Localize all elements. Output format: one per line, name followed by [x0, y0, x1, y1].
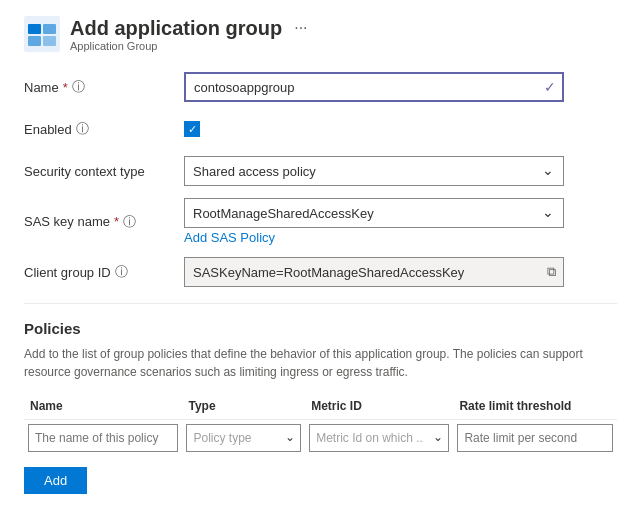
policy-name-input[interactable]: [28, 424, 178, 452]
name-info-icon[interactable]: ⓘ: [72, 78, 85, 96]
check-icon: ✓: [544, 79, 556, 95]
policy-metric-select-wrapper: Metric Id on which ...: [309, 424, 449, 452]
sas-key-field-area: RootManageSharedAccessKey Add SAS Policy: [184, 198, 564, 245]
checkmark-icon: ✓: [188, 123, 197, 136]
svg-rect-1: [28, 24, 41, 34]
security-row: Security context type Shared access poli…: [24, 156, 617, 186]
name-required: *: [63, 80, 68, 95]
title-text: Add application group: [70, 17, 282, 40]
enabled-label: Enabled ⓘ: [24, 120, 184, 138]
form-section: Name * ⓘ contosoappgroup ✓ Enabled ⓘ ✓: [24, 72, 617, 287]
footer: Add: [24, 467, 87, 494]
col-header-rate: Rate limit threshold: [453, 395, 617, 420]
policy-rate-cell: [453, 420, 617, 457]
svg-rect-2: [43, 24, 56, 34]
col-header-type: Type: [182, 395, 305, 420]
policies-table-body: Policy type Metric Id on which ...: [24, 420, 617, 457]
enabled-info-icon[interactable]: ⓘ: [76, 120, 89, 138]
section-divider: [24, 303, 617, 304]
security-select[interactable]: Shared access policy: [184, 156, 564, 186]
client-group-input[interactable]: SASKeyName=RootManageSharedAccessKey: [184, 257, 564, 287]
svg-rect-3: [28, 36, 41, 46]
ellipsis-menu-button[interactable]: ···: [290, 17, 311, 39]
page-title: Add application group ···: [70, 17, 312, 40]
sas-key-label: SAS key name * ⓘ: [24, 213, 184, 231]
policy-metric-select[interactable]: Metric Id on which ...: [309, 424, 449, 452]
name-label: Name * ⓘ: [24, 78, 184, 96]
header-text-block: Add application group ··· Application Gr…: [70, 17, 312, 52]
client-group-field-wrapper: SASKeyName=RootManageSharedAccessKey ⧉: [184, 257, 564, 287]
add-button[interactable]: Add: [24, 467, 87, 494]
sas-key-select[interactable]: RootManageSharedAccessKey: [184, 198, 564, 228]
enabled-checkbox[interactable]: ✓: [184, 121, 200, 137]
policy-metric-cell: Metric Id on which ...: [305, 420, 453, 457]
col-header-name: Name: [24, 395, 182, 420]
enabled-checkbox-container: ✓: [184, 121, 564, 137]
policy-rate-input[interactable]: [457, 424, 613, 452]
policies-table: Name Type Metric ID Rate limit threshold…: [24, 395, 617, 456]
security-select-container: Shared access policy: [184, 156, 564, 186]
page-subtitle: Application Group: [70, 40, 312, 52]
svg-rect-4: [43, 36, 56, 46]
name-input[interactable]: contosoappgroup: [184, 72, 564, 102]
client-group-info-icon[interactable]: ⓘ: [115, 263, 128, 281]
policies-title: Policies: [24, 320, 617, 337]
client-group-input-container: SASKeyName=RootManageSharedAccessKey ⧉: [184, 257, 564, 287]
name-row: Name * ⓘ contosoappgroup ✓: [24, 72, 617, 102]
policy-row: Policy type Metric Id on which ...: [24, 420, 617, 457]
client-group-row: Client group ID ⓘ SASKeyName=RootManageS…: [24, 257, 617, 287]
policy-name-cell: [24, 420, 182, 457]
client-group-label: Client group ID ⓘ: [24, 263, 184, 281]
page-header: Add application group ··· Application Gr…: [24, 16, 617, 52]
add-sas-policy-link[interactable]: Add SAS Policy: [184, 230, 564, 245]
policies-section: Policies Add to the list of group polici…: [24, 320, 617, 456]
policies-description: Add to the list of group policies that d…: [24, 345, 617, 381]
app-group-icon: [24, 16, 60, 52]
copy-icon[interactable]: ⧉: [547, 264, 556, 280]
policy-type-cell: Policy type: [182, 420, 305, 457]
policy-type-select[interactable]: Policy type: [186, 424, 301, 452]
name-field-wrapper: contosoappgroup ✓: [184, 72, 564, 102]
policies-table-header: Name Type Metric ID Rate limit threshold: [24, 395, 617, 420]
col-header-metric: Metric ID: [305, 395, 453, 420]
sas-key-select-container: RootManageSharedAccessKey: [184, 198, 564, 228]
security-label: Security context type: [24, 164, 184, 179]
policy-type-select-wrapper: Policy type: [186, 424, 301, 452]
sas-key-row: SAS key name * ⓘ RootManageSharedAccessK…: [24, 198, 617, 245]
name-input-container: contosoappgroup ✓: [184, 72, 564, 102]
sas-key-info-icon[interactable]: ⓘ: [123, 213, 136, 231]
sas-key-required: *: [114, 214, 119, 229]
enabled-row: Enabled ⓘ ✓: [24, 114, 617, 144]
